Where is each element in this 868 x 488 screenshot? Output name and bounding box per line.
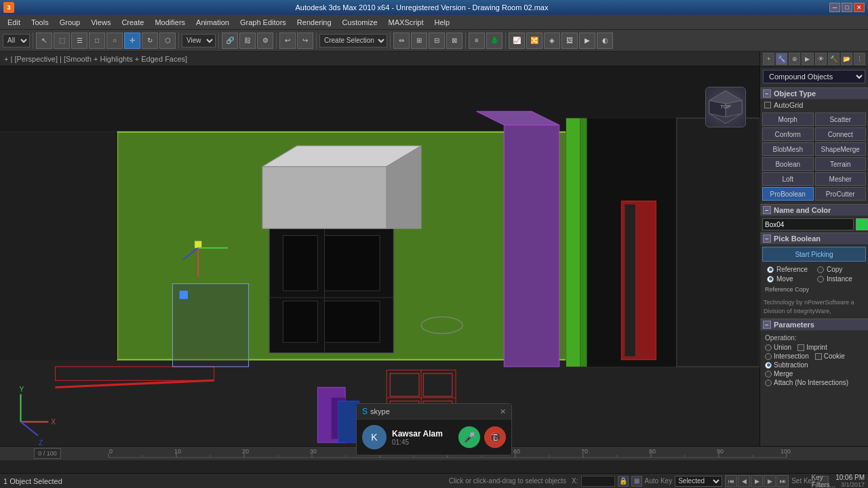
active-shade-btn[interactable]: ◐ [597, 33, 613, 49]
menu-maxscript[interactable]: MAXScript [383, 17, 429, 28]
link-btn[interactable]: 🔗 [222, 33, 238, 49]
utilities-panel-icon[interactable]: 🔨 [828, 53, 840, 65]
curve-editor-btn[interactable]: 📈 [509, 33, 525, 49]
parameters-section-header[interactable]: − Parameters [760, 319, 868, 331]
object-type-section-header[interactable]: − Object Type [760, 87, 868, 100]
autogrid-checkbox[interactable] [764, 102, 771, 108]
undo-btn[interactable]: ↩ [279, 33, 296, 49]
mirror-btn[interactable]: ⇔ [393, 33, 410, 49]
start-picking-btn[interactable]: Start Picking [762, 247, 866, 262]
redo-btn[interactable]: ↪ [297, 33, 313, 49]
align-btn[interactable]: ⊟ [429, 33, 445, 49]
scene-explorer-btn[interactable]: 🌲 [486, 33, 502, 49]
proboolean-btn[interactable]: ProBoolean [762, 187, 814, 201]
goto-end-btn[interactable]: ⏭ [776, 475, 789, 487]
render-setup-btn[interactable]: 🖼 [561, 33, 578, 49]
select-by-name-btn[interactable]: ☰ [71, 33, 87, 49]
maximize-button[interactable]: □ [842, 3, 852, 12]
motion-panel-icon[interactable]: ▶ [802, 53, 813, 65]
rotate-tool-btn[interactable]: ↻ [142, 33, 158, 49]
color-swatch[interactable] [856, 218, 868, 230]
menu-create[interactable]: Create [116, 17, 149, 28]
instance-radio[interactable] [817, 276, 824, 283]
absolute-mode-icon[interactable]: ⊞ [631, 476, 642, 487]
view-select[interactable]: View [182, 34, 216, 47]
play-btn[interactable]: ▶ [751, 475, 763, 487]
menu-tools[interactable]: Tools [26, 17, 54, 28]
merge-radio[interactable] [765, 371, 772, 378]
morph-btn[interactable]: Morph [762, 113, 814, 126]
bind-btn[interactable]: ⚙ [257, 33, 273, 49]
terrain-btn[interactable]: Terrain [815, 157, 867, 171]
loft-btn[interactable]: Loft [762, 172, 814, 186]
imprint-checkbox[interactable] [797, 344, 804, 351]
viewport-canvas[interactable]: X Y Z TOP [0, 66, 760, 446]
menu-edit[interactable]: Edit [2, 17, 26, 28]
conform-btn[interactable]: Conform [762, 127, 814, 141]
display-panel-icon[interactable]: 👁 [815, 53, 827, 65]
prev-frame-btn[interactable]: ◀ [738, 475, 750, 487]
menu-group[interactable]: Group [54, 17, 86, 28]
asset-browser-icon[interactable]: 📂 [841, 53, 852, 65]
shapemerge-btn[interactable]: ShapeMerge [815, 142, 867, 156]
lock-icon[interactable]: 🔒 [618, 476, 629, 487]
layer-mgr-btn[interactable]: ≡ [469, 33, 485, 49]
accept-call-btn[interactable]: 🎤 [458, 426, 480, 448]
union-radio[interactable] [765, 344, 772, 351]
menu-modifiers[interactable]: Modifiers [149, 17, 191, 28]
schematic-btn[interactable]: 🔀 [526, 33, 542, 49]
close-button[interactable]: ✕ [854, 3, 865, 12]
reference-radio[interactable] [767, 266, 774, 273]
minimize-button[interactable]: ─ [829, 3, 840, 12]
menu-rendering[interactable]: Rendering [292, 17, 337, 28]
select-region-btn[interactable]: ⬚ [54, 33, 70, 49]
connect-btn[interactable]: Connect [815, 127, 867, 141]
move-tool-btn[interactable]: ✛ [124, 33, 140, 49]
unlink-btn[interactable]: ⛓ [239, 33, 256, 49]
menu-graph-editors[interactable]: Graph Editors [235, 17, 292, 28]
menu-customize[interactable]: Customize [337, 17, 383, 28]
viewport[interactable]: + | [Perspective] | [Smooth + Highlights… [0, 52, 760, 446]
object-name-input[interactable] [762, 218, 854, 230]
extra-icon[interactable]: ⋮ [854, 53, 865, 65]
copy-radio[interactable] [817, 266, 824, 273]
quick-align-btn[interactable]: ⊠ [446, 33, 462, 49]
cookie-checkbox[interactable] [815, 353, 822, 360]
procutter-btn[interactable]: ProCutter [815, 187, 867, 201]
menu-views[interactable]: Views [85, 17, 116, 28]
scatter-btn[interactable]: Scatter [815, 113, 867, 126]
decline-call-btn[interactable]: 📵 [484, 426, 506, 448]
select-tool-btn[interactable]: ↖ [36, 33, 52, 49]
key-filters-btn[interactable]: Key Filters... [818, 476, 829, 487]
boolean-btn[interactable]: Boolean [762, 157, 814, 171]
material-editor-btn[interactable]: ◈ [544, 33, 560, 49]
intersection-radio[interactable] [765, 353, 772, 360]
name-color-section-header[interactable]: − Name and Color [760, 204, 868, 216]
rect-select-btn[interactable]: □ [89, 33, 105, 49]
x-coord-input[interactable] [581, 476, 615, 487]
mesher-btn[interactable]: Mesher [815, 172, 867, 186]
selection-set-select[interactable]: Create Selection Se... [319, 34, 387, 47]
filter-select[interactable]: All [3, 34, 30, 47]
subtraction-radio[interactable] [765, 362, 772, 369]
circle-select-btn[interactable]: ○ [106, 33, 123, 49]
nav-cube[interactable]: TOP [705, 87, 753, 134]
scale-tool-btn[interactable]: ⬡ [159, 33, 176, 49]
move-radio[interactable] [767, 276, 774, 283]
pick-boolean-section-header[interactable]: − Pick Boolean [760, 232, 868, 245]
modify-panel-icon[interactable]: 🔧 [776, 53, 787, 65]
menu-help[interactable]: Help [429, 17, 456, 28]
timeline-track[interactable] [0, 460, 868, 473]
render-btn[interactable]: ▶ [579, 33, 595, 49]
create-panel-icon[interactable]: + [763, 53, 774, 65]
skype-close-btn[interactable]: ✕ [500, 407, 506, 416]
next-frame-btn[interactable]: ▶ [764, 475, 776, 487]
blobmesh-btn[interactable]: BlobMesh [762, 142, 814, 156]
array-btn[interactable]: ⊞ [411, 33, 427, 49]
hierarchy-panel-icon[interactable]: ⊕ [789, 53, 800, 65]
attach-radio[interactable] [765, 380, 772, 386]
compound-objects-dropdown[interactable]: Compound Objects [763, 70, 865, 83]
menu-animation[interactable]: Animation [191, 17, 235, 28]
goto-start-btn[interactable]: ⏮ [725, 475, 737, 487]
key-mode-select[interactable]: Selected [675, 476, 722, 487]
